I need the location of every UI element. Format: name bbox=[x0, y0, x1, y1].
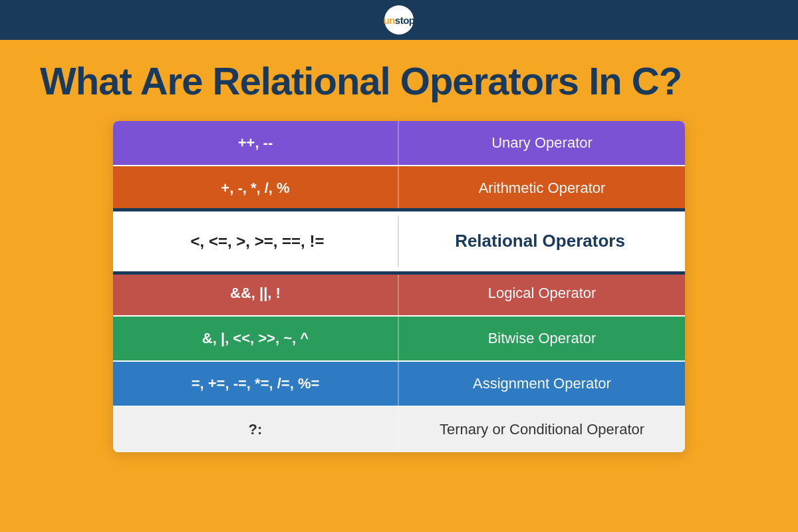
cell-left-unary: ++, -- bbox=[113, 121, 399, 165]
page-title: What Are Relational Operators In C? bbox=[40, 60, 682, 102]
cell-left-logical: &&, ||, ! bbox=[113, 271, 399, 315]
cell-left-bitwise: &, |, <<, >>, ~, ^ bbox=[113, 317, 399, 360]
cell-left-relational: <, <=, >, >=, ==, != bbox=[117, 215, 399, 267]
logo: unstop bbox=[384, 5, 414, 35]
cell-right-relational: Relational Operators bbox=[399, 215, 681, 267]
logo-un: un bbox=[384, 15, 395, 26]
cell-right-unary: Unary Operator bbox=[399, 121, 685, 165]
cell-left-ternary: ?: bbox=[113, 407, 399, 452]
main-content: What Are Relational Operators In C? ++, … bbox=[0, 40, 798, 532]
cell-right-logical: Logical Operator bbox=[399, 271, 685, 315]
table-row-logical: &&, ||, !Logical Operator bbox=[113, 271, 685, 317]
table-row-ternary: ?:Ternary or Conditional Operator bbox=[113, 407, 685, 452]
table-row-bitwise: &, |, <<, >>, ~, ^Bitwise Operator bbox=[113, 317, 685, 362]
cell-right-bitwise: Bitwise Operator bbox=[399, 317, 685, 360]
cell-right-assignment: Assignment Operator bbox=[399, 362, 685, 406]
table-row-assignment: =, +=, -=, *=, /=, %=Assignment Operator bbox=[113, 362, 685, 407]
table-row-unary: ++, --Unary Operator bbox=[113, 121, 685, 166]
table-row-relational: <, <=, >, >=, ==, !=Relational Operators bbox=[113, 211, 685, 271]
cell-right-arithmetic: Arithmetic Operator bbox=[399, 166, 685, 210]
header: unstop bbox=[0, 0, 798, 40]
cell-right-ternary: Ternary or Conditional Operator bbox=[399, 407, 685, 452]
table-row-arithmetic: +, -, *, /, %Arithmetic Operator bbox=[113, 166, 685, 211]
cell-left-assignment: =, +=, -=, *=, /=, %= bbox=[113, 362, 399, 406]
logo-badge: unstop bbox=[384, 5, 414, 35]
operators-table: ++, --Unary Operator+, -, *, /, %Arithme… bbox=[113, 121, 685, 452]
logo-text: unstop bbox=[384, 15, 415, 26]
cell-left-arithmetic: +, -, *, /, % bbox=[113, 166, 399, 210]
